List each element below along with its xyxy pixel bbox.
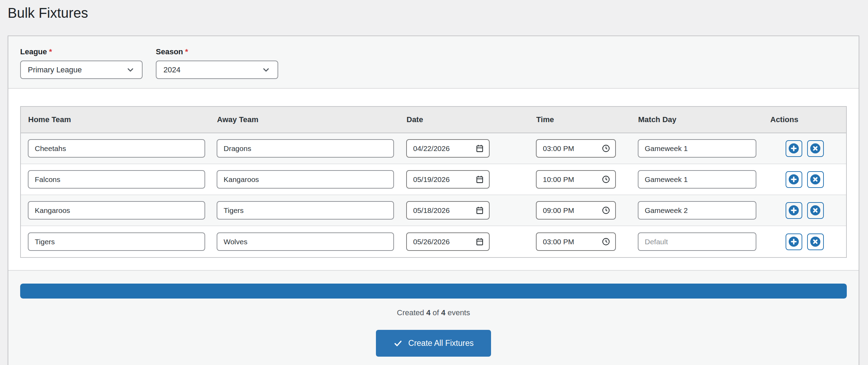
progress-bar-fill [20,284,847,299]
fixture-row: 05/19/2026 10:00 PM [21,164,846,195]
clock-icon [602,175,610,184]
time-value: 10:00 PM [543,175,574,184]
time-input[interactable]: 10:00 PM [536,170,616,189]
header-away-team: Away Team [210,115,399,124]
create-button-label: Create All Fixtures [408,339,474,348]
chevron-down-icon [126,65,135,74]
home-team-input[interactable] [28,170,205,189]
clock-icon [602,237,610,246]
x-circle-icon [810,237,820,247]
season-label-text: Season [156,47,183,56]
x-circle-icon [810,205,820,215]
match-day-input[interactable] [638,170,756,189]
calendar-icon [475,206,484,215]
time-input[interactable]: 03:00 PM [536,139,616,158]
remove-row-button[interactable] [807,233,824,250]
progress-bar [20,284,847,299]
header-match-day: Match Day [631,115,763,124]
calendar-icon [475,237,484,246]
match-day-input[interactable] [638,201,756,220]
create-all-fixtures-button[interactable]: Create All Fixtures [376,330,491,357]
date-value: 04/22/2026 [413,144,450,153]
match-day-input[interactable] [638,139,756,158]
fixture-row: 04/22/2026 03:00 PM [21,133,846,164]
date-value: 05/19/2026 [413,175,450,184]
plus-circle-icon [789,237,799,247]
plus-circle-icon [789,174,799,184]
match-day-input[interactable] [638,232,756,251]
add-row-button[interactable] [786,202,802,219]
table-header-row: Home Team Away Team Date Time Match Day … [21,107,846,133]
date-value: 05/18/2026 [413,206,450,215]
add-row-button[interactable] [786,140,802,157]
time-value: 03:00 PM [543,238,574,246]
away-team-input[interactable] [217,139,394,158]
season-required-asterisk: * [185,47,188,56]
plus-circle-icon [789,143,799,153]
fixture-row: 05/18/2026 09:00 PM [21,195,846,226]
clock-icon [602,206,610,215]
status-created-count: 4 [426,308,431,317]
x-circle-icon [810,174,820,184]
away-team-input[interactable] [217,201,394,220]
bulk-fixtures-card: League* Primary League Season* 2024 Home… [8,35,859,365]
league-label-text: League [20,47,47,56]
home-team-input[interactable] [28,139,205,158]
season-field: Season* 2024 [156,47,278,79]
status-suffix: events [448,308,470,317]
fixture-row: 05/26/2026 03:00 PM [21,226,846,257]
remove-row-button[interactable] [807,171,824,188]
home-team-input[interactable] [28,232,205,251]
filters-section: League* Primary League Season* 2024 [8,36,859,89]
fixtures-table-section: Home Team Away Team Date Time Match Day … [8,89,859,270]
date-input[interactable]: 04/22/2026 [406,139,490,158]
x-circle-icon [810,143,820,153]
header-time: Time [529,115,631,124]
league-select[interactable]: Primary League [20,61,143,79]
date-input[interactable]: 05/26/2026 [406,232,490,251]
status-prefix: Created [397,308,424,317]
header-home-team: Home Team [21,115,210,124]
page-title: Bulk Fixtures [8,5,868,21]
league-select-value: Primary League [28,65,82,74]
league-field: League* Primary League [20,47,143,79]
time-value: 03:00 PM [543,144,574,153]
plus-circle-icon [789,205,799,215]
fixtures-table: Home Team Away Team Date Time Match Day … [20,106,847,258]
remove-row-button[interactable] [807,140,824,157]
away-team-input[interactable] [217,232,394,251]
status-total-count: 4 [441,308,445,317]
time-input[interactable]: 09:00 PM [536,201,616,220]
remove-row-button[interactable] [807,202,824,219]
status-of: of [433,308,439,317]
calendar-icon [475,175,484,184]
league-label: League* [20,47,143,56]
clock-icon [602,144,610,153]
add-row-button[interactable] [786,233,802,250]
check-icon [393,339,403,348]
time-input[interactable]: 03:00 PM [536,232,616,251]
footer-section: Created 4 of 4 events Create All Fixture… [8,270,859,365]
header-actions: Actions [763,115,846,124]
header-date: Date [399,115,529,124]
season-select-value: 2024 [163,65,180,74]
away-team-input[interactable] [217,170,394,189]
home-team-input[interactable] [28,201,205,220]
league-required-asterisk: * [49,47,52,56]
date-value: 05/26/2026 [413,238,450,246]
add-row-button[interactable] [786,171,802,188]
season-select[interactable]: 2024 [156,61,278,79]
chevron-down-icon [262,65,271,74]
season-label: Season* [156,47,278,56]
date-input[interactable]: 05/18/2026 [406,201,490,220]
time-value: 09:00 PM [543,206,574,215]
calendar-icon [475,144,484,153]
progress-status: Created 4 of 4 events [20,308,847,317]
date-input[interactable]: 05/19/2026 [406,170,490,189]
